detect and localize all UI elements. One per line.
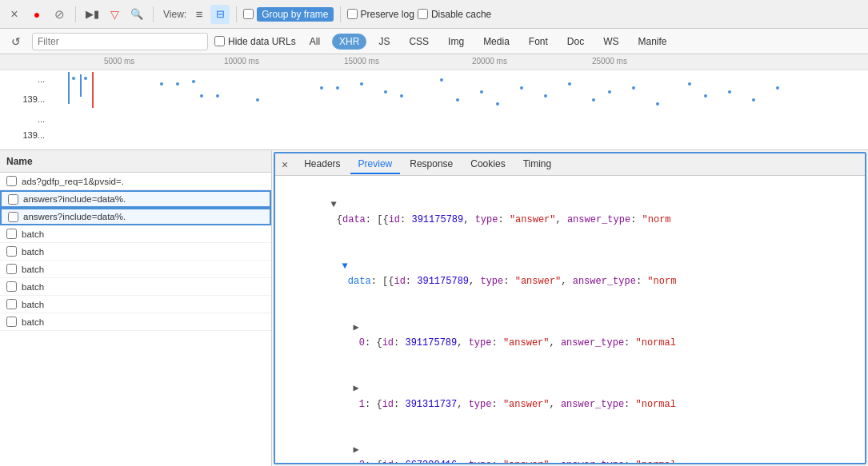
filter-button[interactable]: ▽ bbox=[105, 5, 124, 24]
json-line-4: ▶ 1: {id: 391311737, type: "answer", ans… bbox=[285, 366, 855, 428]
tick-5000: 5000 ms bbox=[104, 57, 134, 66]
tab-response[interactable]: Response bbox=[402, 155, 461, 174]
hide-data-urls-text: Hide data URLs bbox=[228, 36, 296, 47]
refresh-button[interactable]: ↺ bbox=[6, 32, 26, 51]
dot-11 bbox=[360, 82, 363, 86]
item-checkbox-6[interactable] bbox=[6, 281, 17, 292]
hide-data-urls-label[interactable]: Hide data URLs bbox=[214, 36, 296, 47]
item-checkbox-0[interactable] bbox=[6, 176, 17, 186]
video-button[interactable]: ▶▮ bbox=[82, 5, 102, 24]
divider-2 bbox=[153, 6, 154, 22]
stop-button[interactable]: ⊘ bbox=[50, 5, 69, 24]
json-text-1: {data: [{id: 391175789, type: "answer", … bbox=[331, 214, 671, 225]
dot-20 bbox=[568, 82, 571, 86]
item-checkbox-7[interactable] bbox=[6, 299, 17, 309]
search-button[interactable]: 🔍 bbox=[127, 5, 146, 24]
list-view-button[interactable]: ≡ bbox=[190, 5, 209, 24]
json-label-4: 1: {id: 391311737, type: "answer", answe… bbox=[354, 399, 676, 410]
record-button[interactable]: ● bbox=[27, 5, 46, 24]
dot-15 bbox=[456, 98, 459, 102]
dot-22 bbox=[608, 90, 611, 94]
list-item[interactable]: answers?include=data%. bbox=[0, 190, 271, 208]
expand-icon-1[interactable]: ▼ bbox=[331, 199, 337, 210]
item-name-2: answers?include=data%. bbox=[23, 212, 126, 221]
tab-timing[interactable]: Timing bbox=[515, 155, 560, 174]
tab-headers[interactable]: Headers bbox=[296, 155, 348, 174]
filter-input[interactable] bbox=[32, 33, 208, 50]
expand-icon-4[interactable]: ▶ bbox=[354, 383, 359, 394]
json-line-2: ▼ data: [{id: 391175789, type: "answer",… bbox=[285, 244, 855, 305]
row-label-3: ... bbox=[0, 114, 48, 124]
filter-doc-button[interactable]: Doc bbox=[560, 34, 591, 50]
expand-icon-5[interactable]: ▶ bbox=[354, 444, 359, 456]
group-by-frame-checkbox[interactable] bbox=[243, 9, 254, 19]
disable-cache-checkbox-label[interactable]: Disable cache bbox=[418, 9, 491, 20]
grid-view-button[interactable]: ⊟ bbox=[210, 5, 230, 24]
tab-preview[interactable]: Preview bbox=[350, 155, 401, 174]
filter-ws-button[interactable]: WS bbox=[596, 34, 626, 50]
row-label-2: 139... bbox=[0, 94, 48, 104]
timeline-bar-2 bbox=[80, 74, 82, 97]
row-label-1: ... bbox=[0, 74, 48, 84]
request-list-header: Name bbox=[0, 150, 271, 173]
filter-xhr-button[interactable]: XHR bbox=[332, 34, 366, 50]
json-text-2: data bbox=[342, 276, 371, 287]
tick-20000: 20000 ms bbox=[472, 57, 507, 66]
item-checkbox-1[interactable] bbox=[8, 194, 18, 205]
dot-10 bbox=[336, 86, 339, 90]
item-name-5: batch bbox=[22, 265, 44, 274]
dot-25 bbox=[688, 82, 691, 86]
list-item[interactable]: batch bbox=[0, 225, 271, 243]
disable-cache-checkbox[interactable] bbox=[418, 9, 428, 19]
item-checkbox-2[interactable] bbox=[8, 212, 18, 222]
filter-bar: ↺ Hide data URLs All XHR JS CSS Img Medi… bbox=[0, 29, 868, 54]
item-checkbox-5[interactable] bbox=[6, 264, 17, 274]
detail-content: ▼ {data: [{id: 391175789, type: "answer"… bbox=[275, 176, 865, 463]
timeline-bar-red bbox=[92, 72, 94, 108]
hide-data-urls-checkbox[interactable] bbox=[214, 36, 225, 46]
item-name-7: batch bbox=[22, 300, 44, 309]
timeline-content: ... 139... ... 139... bbox=[0, 70, 868, 150]
dot-17 bbox=[496, 102, 499, 106]
group-by-frame-checkbox-label[interactable]: Group by frame bbox=[243, 7, 333, 22]
preserve-log-checkbox-label[interactable]: Preserve log bbox=[347, 9, 414, 20]
list-item[interactable]: batch bbox=[0, 243, 271, 261]
close-panel-button[interactable]: × bbox=[5, 5, 24, 24]
filter-img-button[interactable]: Img bbox=[441, 34, 471, 50]
filter-css-button[interactable]: CSS bbox=[402, 34, 436, 50]
dot-9 bbox=[320, 86, 323, 90]
filter-manifest-button[interactable]: Manife bbox=[631, 34, 674, 50]
dot-13 bbox=[400, 94, 403, 98]
name-column-header: Name bbox=[6, 156, 33, 167]
expand-icon-2[interactable]: ▼ bbox=[342, 261, 348, 272]
divider-1 bbox=[75, 6, 76, 22]
list-item[interactable]: batch bbox=[0, 296, 271, 313]
dot-28 bbox=[752, 98, 755, 102]
dot-24 bbox=[656, 102, 659, 106]
detail-close-button[interactable]: × bbox=[278, 157, 291, 173]
item-checkbox-4[interactable] bbox=[6, 246, 17, 257]
row-label-4: 139... bbox=[0, 130, 48, 140]
filter-font-button[interactable]: Font bbox=[522, 34, 555, 50]
item-checkbox-3[interactable] bbox=[6, 229, 17, 239]
json-label-3: 0: {id: 391175789, type: "answer", answe… bbox=[354, 337, 676, 349]
list-item[interactable]: answers?include=data%. bbox=[0, 208, 271, 225]
list-item[interactable]: batch bbox=[0, 261, 271, 278]
dot-8 bbox=[256, 98, 259, 102]
expand-icon-3[interactable]: ▶ bbox=[354, 322, 359, 333]
filter-js-button[interactable]: JS bbox=[371, 34, 397, 50]
preserve-log-checkbox[interactable] bbox=[347, 9, 358, 19]
filter-media-button[interactable]: Media bbox=[476, 34, 517, 50]
list-item[interactable]: batch bbox=[0, 313, 271, 331]
dot-29 bbox=[776, 86, 779, 90]
tab-cookies[interactable]: Cookies bbox=[462, 155, 513, 174]
timeline-ruler: 5000 ms 10000 ms 15000 ms 20000 ms 25000… bbox=[0, 54, 868, 70]
timeline-area: 5000 ms 10000 ms 15000 ms 20000 ms 25000… bbox=[0, 54, 868, 150]
list-item[interactable]: batch bbox=[0, 278, 271, 296]
filter-all-button[interactable]: All bbox=[302, 34, 327, 50]
item-name-8: batch bbox=[22, 317, 44, 327]
item-checkbox-8[interactable] bbox=[6, 317, 17, 327]
timeline-bar-1 bbox=[68, 72, 70, 104]
main-content: Name ads?gdfp_req=1&pvsid=. answers?incl… bbox=[0, 150, 868, 466]
list-item[interactable]: ads?gdfp_req=1&pvsid=. bbox=[0, 173, 271, 190]
